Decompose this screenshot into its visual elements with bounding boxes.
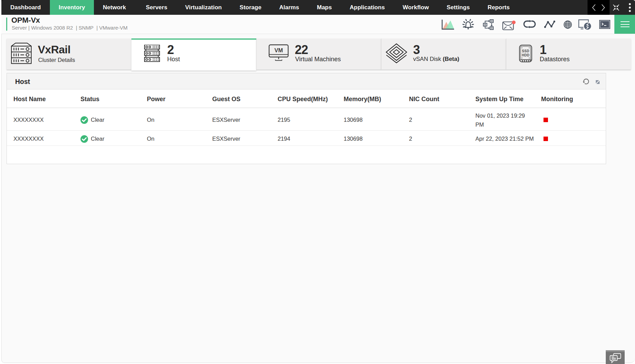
svg-text:VM: VM <box>275 47 283 53</box>
svg-text:SSD: SSD <box>522 49 529 53</box>
svg-text:HDD: HDD <box>522 53 529 57</box>
